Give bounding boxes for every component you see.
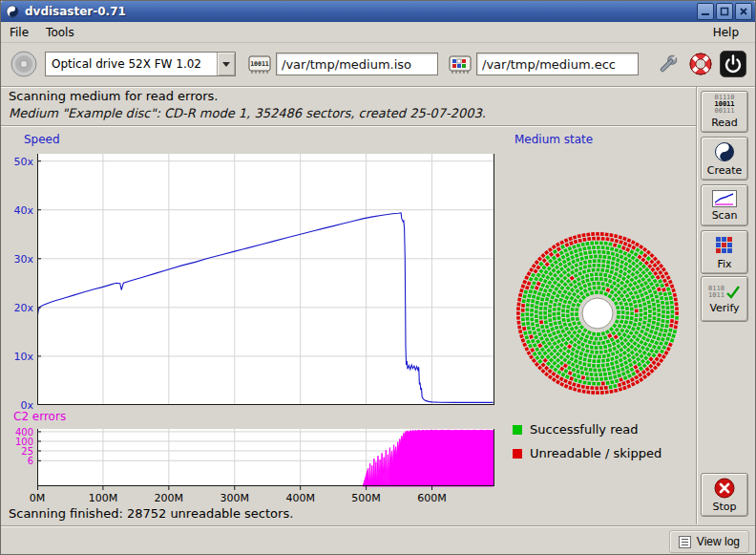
status-line: Scanning medium for read errors. <box>9 89 218 103</box>
toolbar: Optical drive 52X FW 1.02 10011 <box>1 44 755 86</box>
app-window: dvdisaster-0.71 File Tools Help Optical … <box>0 0 756 555</box>
read-button[interactable]: 01110 10011 00111 Read <box>701 91 748 133</box>
drive-select-value: Optical drive 52X FW 1.02 <box>46 57 217 71</box>
legend-unreadable-swatch <box>513 449 522 459</box>
yinyang-icon <box>714 141 735 162</box>
create-label: Create <box>707 164 743 177</box>
scan-result-status: Scanning finished: 28752 unreadable sect… <box>9 506 293 521</box>
power-quit-icon[interactable] <box>720 51 746 77</box>
medium-state-disc <box>507 223 688 404</box>
stop-x-icon <box>714 478 735 499</box>
chevron-down-icon <box>217 53 235 75</box>
optical-drive-icon[interactable] <box>10 50 38 78</box>
legend-unreadable-label: Unreadable / skipped <box>530 446 662 460</box>
maximize-icon <box>720 7 729 16</box>
minimize-icon <box>701 7 710 16</box>
verify-button[interactable]: 0110 1011 Verify <box>701 276 748 322</box>
scan-button[interactable]: Scan <box>701 184 748 226</box>
create-button[interactable]: Create <box>701 137 748 181</box>
scan-label: Scan <box>712 209 738 222</box>
fix-button[interactable]: Fix <box>701 230 748 274</box>
medium-state-title: Medium state <box>514 133 593 146</box>
separator <box>696 87 698 524</box>
separator <box>1 86 756 88</box>
ecc-path-field[interactable] <box>476 53 639 75</box>
legend-unreadable: Unreadable / skipped <box>513 446 662 460</box>
medium-info-line: Medium "Example disc": CD-R mode 1, 3524… <box>9 106 486 120</box>
close-button[interactable] <box>735 3 752 20</box>
read-label: Read <box>711 117 738 129</box>
c2-errors-chart <box>37 429 494 492</box>
legend-read-label: Successfully read <box>530 422 638 437</box>
speed-chart-title: Speed <box>24 133 60 146</box>
log-icon <box>679 536 691 548</box>
fix-label: Fix <box>717 258 731 270</box>
wrench-icon[interactable] <box>656 52 681 76</box>
legend-read-swatch <box>513 425 522 435</box>
app-yinyang-icon <box>6 5 19 18</box>
fix-blocks-icon <box>714 235 735 256</box>
c2-errors-title: C2 errors <box>13 410 66 423</box>
verify-label: Verify <box>709 302 739 314</box>
close-icon <box>739 7 748 16</box>
scan-chart-icon <box>712 190 737 207</box>
lifering-help-icon[interactable] <box>688 52 713 76</box>
footer-bar: View log <box>1 525 755 555</box>
view-log-button[interactable]: View log <box>669 530 749 553</box>
stop-label: Stop <box>712 501 736 513</box>
titlebar[interactable]: dvdisaster-0.71 <box>1 1 755 22</box>
verify-check-icon: 0110 1011 <box>708 285 741 300</box>
separator <box>1 125 696 127</box>
window-controls <box>697 3 752 20</box>
iso-chip-icon: 10011 <box>247 53 272 75</box>
menubar: File Tools Help <box>1 22 755 43</box>
view-log-label: View log <box>697 535 740 548</box>
binary-read-icon: 01110 10011 00111 <box>714 95 734 115</box>
drive-select[interactable]: Optical drive 52X FW 1.02 <box>45 52 236 76</box>
menu-help[interactable]: Help <box>704 23 747 42</box>
stop-button[interactable]: Stop <box>701 473 748 517</box>
legend-read: Successfully read <box>513 422 638 437</box>
minimize-button[interactable] <box>697 3 714 20</box>
speed-chart <box>37 154 494 405</box>
svg-text:10011: 10011 <box>250 60 269 68</box>
menu-tools[interactable]: Tools <box>37 23 83 42</box>
iso-path-field[interactable] <box>276 53 438 75</box>
menu-file[interactable]: File <box>1 23 37 42</box>
maximize-button[interactable] <box>716 3 733 20</box>
window-title: dvdisaster-0.71 <box>25 5 126 18</box>
ecc-chip-icon <box>448 53 472 75</box>
